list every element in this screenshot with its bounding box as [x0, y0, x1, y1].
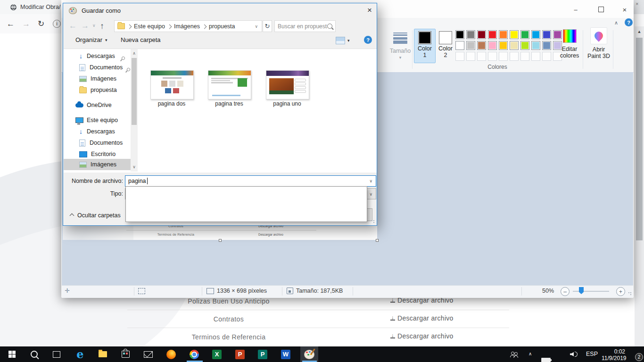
palette-empty-slot[interactable]: [466, 52, 475, 61]
dialog-help-icon[interactable]: ?: [364, 36, 372, 44]
sidebar-item-escritorio[interactable]: Escritorio: [79, 148, 116, 160]
nav-up-icon[interactable]: ↑: [100, 22, 104, 30]
file-name[interactable]: pagina uno: [261, 100, 313, 107]
file-thumbnail-pagina-tres[interactable]: [208, 70, 251, 99]
filename-input[interactable]: pagina ∨: [125, 175, 376, 187]
tray-clock[interactable]: 0:02 11/9/2019: [602, 348, 625, 362]
taskbar-store-button[interactable]: [116, 346, 135, 362]
palette-swatch[interactable]: [477, 41, 486, 50]
size-button[interactable]: Tamaño ▾: [389, 29, 411, 61]
breadcrumb-item[interactable]: Imágenes: [174, 23, 200, 30]
palette-swatch[interactable]: [542, 30, 551, 39]
palette-empty-slot[interactable]: [520, 52, 529, 61]
color2-button[interactable]: Color 2: [436, 29, 455, 63]
taskbar-search-button[interactable]: [25, 346, 43, 362]
taskbar-excel-button[interactable]: X: [207, 346, 226, 362]
task-view-button[interactable]: [47, 346, 66, 362]
palette-empty-slot[interactable]: [531, 52, 540, 61]
taskbar-explorer-button[interactable]: [93, 346, 112, 362]
refresh-button[interactable]: ↻: [263, 20, 272, 32]
browser-scrollbar-thumb[interactable]: [636, 38, 643, 240]
palette-swatch[interactable]: [455, 30, 464, 39]
file-thumbnail-pagina-uno[interactable]: [266, 70, 309, 99]
taskbar-powerpoint-button[interactable]: P: [231, 346, 249, 362]
volume-icon[interactable]: [570, 352, 578, 357]
nav-forward-icon[interactable]: →: [81, 22, 89, 30]
organize-menu[interactable]: Organizar ▾: [75, 36, 107, 43]
scroll-up-icon[interactable]: ▲: [635, 27, 644, 36]
sidebar-item-este-equipo[interactable]: Este equipo: [75, 115, 118, 126]
language-indicator[interactable]: ESP: [586, 351, 598, 357]
sidebar-item-pc-descargas[interactable]: ↓Descargas: [79, 126, 115, 137]
sidebar-item-documentos[interactable]: Documentos: [79, 62, 123, 73]
taskbar-chrome-button[interactable]: [185, 346, 204, 362]
browser-refresh-icon[interactable]: ↻: [38, 20, 44, 28]
maximize-button[interactable]: [594, 4, 608, 15]
people-icon[interactable]: [510, 352, 518, 357]
address-bar[interactable]: Este equipo Imágenes propuesta ∨: [114, 20, 262, 32]
zoom-out-button[interactable]: –: [561, 287, 570, 296]
canvas-resize-handle-bottom[interactable]: [219, 239, 222, 242]
palette-swatch[interactable]: [520, 41, 529, 50]
nav-back-icon[interactable]: ←: [69, 22, 77, 30]
taskbar-firefox-button[interactable]: [162, 346, 181, 362]
sidebar-scrollbar-thumb[interactable]: [132, 58, 137, 125]
taskbar-mail-button[interactable]: [139, 346, 157, 362]
palette-swatch[interactable]: [488, 41, 497, 50]
filename-autocomplete-dropdown[interactable]: [125, 186, 367, 222]
zoom-in-button[interactable]: +: [616, 287, 625, 296]
palette-swatch[interactable]: [488, 30, 497, 39]
hide-folders-button[interactable]: Ocultar carpetas: [70, 212, 121, 219]
collapse-ribbon-icon[interactable]: ∧: [614, 20, 618, 26]
sidebar-item-propuesta[interactable]: propuesta: [79, 84, 117, 96]
browser-close-icon[interactable]: ×: [636, 1, 638, 7]
breadcrumb-item[interactable]: Este equipo: [134, 23, 165, 30]
sidebar-item-pc-imagenes-selected[interactable]: Imágenes: [79, 159, 116, 170]
palette-swatch[interactable]: [477, 30, 486, 39]
resize-grip[interactable]: [628, 292, 632, 296]
edit-colors-button[interactable]: Editar colores: [559, 29, 580, 59]
palette-empty-slot[interactable]: [477, 52, 486, 61]
sidebar-item-descargas[interactable]: ↓Descargas: [79, 50, 115, 62]
palette-empty-slot[interactable]: [510, 52, 519, 61]
file-thumbnail-pagina-dos[interactable]: [150, 70, 194, 99]
palette-swatch[interactable]: [510, 41, 519, 50]
palette-swatch[interactable]: [466, 41, 475, 50]
download-link[interactable]: ↓ Descargar archivo: [390, 332, 454, 340]
palette-empty-slot[interactable]: [455, 52, 464, 61]
palette-swatch[interactable]: [499, 41, 508, 50]
browser-forward-icon[interactable]: →: [22, 20, 30, 28]
file-name[interactable]: pagina tres: [203, 100, 255, 107]
dialog-close-button[interactable]: ×: [364, 5, 375, 16]
tray-expand-icon[interactable]: ∧: [528, 351, 532, 356]
search-box[interactable]: Buscar en propuesta: [274, 20, 336, 32]
palette-swatch[interactable]: [499, 30, 508, 39]
nav-history-icon[interactable]: ∨: [92, 23, 96, 28]
sidebar-scroll-up-icon[interactable]: ∧: [131, 50, 138, 57]
site-info-icon[interactable]: i: [53, 20, 61, 28]
taskbar-word-button[interactable]: W: [276, 346, 295, 362]
taskbar-edge-button[interactable]: e: [71, 346, 90, 362]
palette-swatch[interactable]: [510, 30, 519, 39]
color1-button[interactable]: Color 1: [414, 29, 436, 63]
zoom-slider-track[interactable]: [573, 291, 609, 292]
start-button[interactable]: [2, 346, 21, 362]
palette-swatch[interactable]: [466, 30, 475, 39]
palette-swatch[interactable]: [542, 41, 551, 50]
taskbar-paint-button[interactable]: [300, 346, 319, 362]
filename-dropdown-icon[interactable]: ∨: [369, 179, 372, 183]
battery-icon[interactable]: [541, 358, 551, 362]
breadcrumb-item[interactable]: propuesta: [209, 23, 235, 30]
sidebar-item-imagenes[interactable]: Imágenes: [79, 73, 116, 84]
sidebar-scroll-down-icon[interactable]: ∨: [131, 164, 138, 170]
address-dropdown-icon[interactable]: ∨: [255, 24, 258, 29]
canvas-resize-handle-corner[interactable]: [376, 239, 379, 242]
palette-empty-slot[interactable]: [542, 52, 551, 61]
download-link[interactable]: ↓ Descargar archivo: [390, 314, 454, 322]
paint-close-button[interactable]: ×: [618, 4, 632, 15]
palette-swatch[interactable]: [455, 41, 464, 50]
palette-empty-slot[interactable]: [488, 52, 497, 61]
dialog-resize-grip[interactable]: [371, 220, 375, 224]
sidebar-item-pc-documentos[interactable]: Documentos: [79, 137, 123, 148]
paint-help-icon[interactable]: ?: [625, 18, 633, 26]
